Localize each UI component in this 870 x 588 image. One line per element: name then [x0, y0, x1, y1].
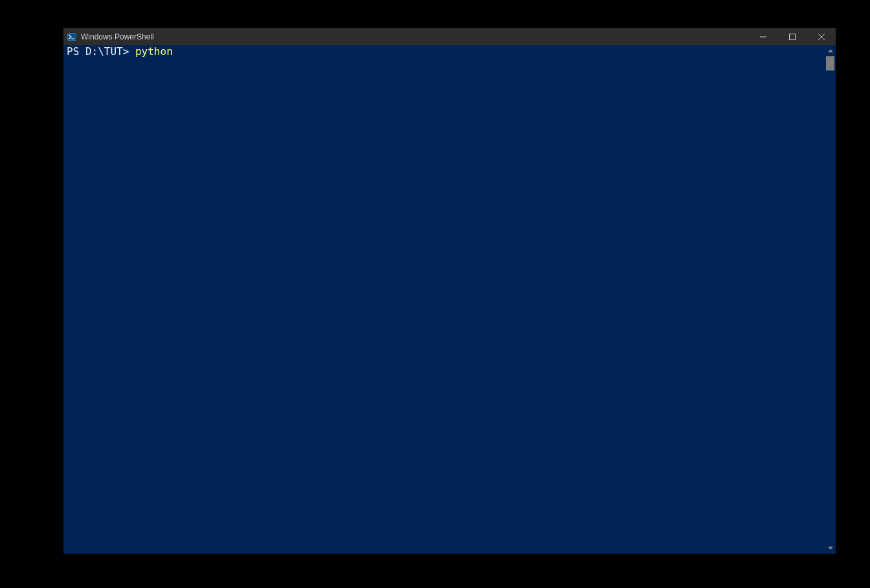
titlebar[interactable]: Windows PowerShell: [63, 28, 836, 45]
prompt-text: PS D:\TUT>: [67, 45, 135, 58]
maximize-button[interactable]: [777, 28, 807, 45]
terminal-area: PS D:\TUT> python: [63, 45, 836, 554]
svg-rect-0: [68, 33, 76, 40]
powershell-window: Windows PowerShell PS D:\TUT> python: [63, 28, 836, 554]
scroll-down-arrow-icon[interactable]: [825, 543, 836, 554]
window-controls: [748, 28, 836, 45]
svg-rect-3: [789, 34, 795, 39]
window-title: Windows PowerShell: [81, 32, 154, 41]
scroll-thumb[interactable]: [826, 56, 834, 71]
terminal-content[interactable]: PS D:\TUT> python: [63, 45, 825, 554]
powershell-icon: [67, 32, 76, 41]
scroll-track[interactable]: [825, 56, 836, 543]
vertical-scrollbar[interactable]: [825, 45, 836, 554]
scroll-up-arrow-icon[interactable]: [825, 45, 836, 56]
command-text: python: [135, 45, 173, 58]
close-button[interactable]: [807, 28, 836, 45]
minimize-button[interactable]: [748, 28, 777, 45]
titlebar-left: Windows PowerShell: [63, 32, 154, 41]
